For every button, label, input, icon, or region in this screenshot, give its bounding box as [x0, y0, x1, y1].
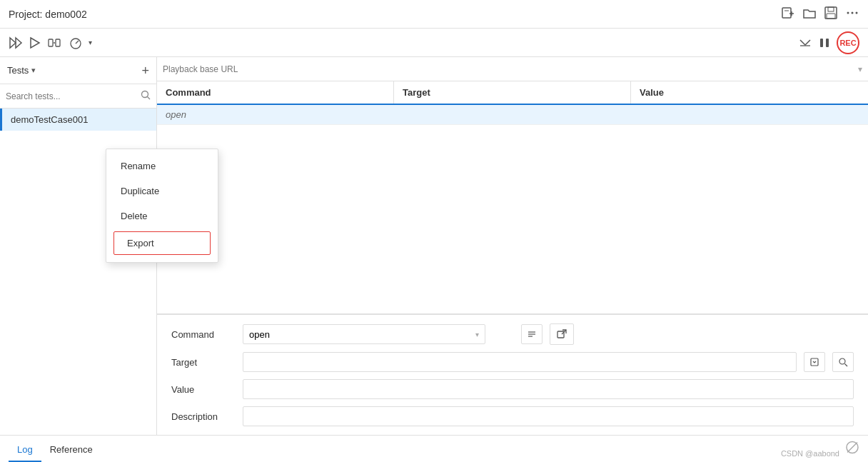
right-panel: ▾ Command Target Value open Command	[157, 57, 868, 435]
open-link-button[interactable]	[550, 323, 574, 345]
svg-line-30	[845, 364, 848, 367]
table-row[interactable]: open	[157, 105, 868, 125]
toolbar: ▾ REC	[0, 29, 868, 57]
new-project-icon[interactable]	[781, 6, 795, 23]
svg-rect-19	[820, 39, 823, 47]
value-label: Value	[171, 384, 236, 395]
pause-button[interactable]	[818, 36, 831, 49]
command-cell: open	[157, 105, 394, 124]
svg-rect-6	[827, 14, 835, 19]
value-row: Value	[171, 379, 854, 399]
svg-point-7	[847, 11, 849, 14]
open-folder-icon[interactable]	[802, 6, 817, 23]
left-panel: Tests ▾ + demoTestCase001 Rename Duplica…	[0, 57, 157, 435]
search-box	[0, 84, 156, 109]
comment-button[interactable]	[521, 324, 542, 344]
command-select[interactable]: open	[243, 324, 485, 344]
svg-line-22	[148, 97, 151, 100]
svg-line-17	[76, 41, 79, 44]
svg-line-32	[847, 442, 857, 452]
find-target-button[interactable]	[832, 352, 854, 372]
description-input[interactable]	[243, 406, 854, 426]
value-input[interactable]	[243, 379, 854, 399]
context-menu: Rename Duplicate Delete Export	[106, 149, 218, 263]
svg-rect-20	[826, 39, 829, 47]
command-row: Command open ▾	[171, 323, 854, 345]
url-bar: ▾	[157, 57, 868, 81]
project-title: Project: demo002	[9, 9, 87, 20]
rename-menu-item[interactable]: Rename	[106, 154, 218, 179]
top-bar: Project: demo002	[0, 0, 868, 29]
svg-rect-0	[782, 8, 791, 18]
tests-label: Tests ▾	[7, 65, 36, 76]
svg-point-29	[839, 358, 845, 364]
target-select-button[interactable]	[804, 352, 825, 372]
reference-tab[interactable]: Reference	[41, 440, 101, 462]
search-icon[interactable]	[141, 90, 151, 102]
description-row: Description	[171, 406, 854, 426]
toolbar-right: REC	[798, 31, 859, 54]
log-tab[interactable]: Log	[9, 440, 41, 462]
table-header: Command Target Value	[157, 81, 868, 105]
top-bar-icons	[781, 6, 859, 23]
svg-rect-26	[557, 331, 564, 338]
more-icon[interactable]	[845, 6, 859, 23]
url-chevron-icon[interactable]: ▾	[858, 64, 862, 74]
svg-marker-11	[16, 38, 21, 48]
svg-rect-14	[56, 39, 60, 46]
export-menu-item[interactable]: Export	[113, 231, 211, 255]
step-button[interactable]	[47, 36, 63, 49]
main-area: Tests ▾ + demoTestCase001 Rename Duplica…	[0, 57, 868, 435]
svg-rect-5	[828, 7, 834, 11]
svg-rect-13	[49, 39, 53, 46]
command-select-wrapper: open ▾	[243, 324, 514, 344]
no-entry-icon	[845, 440, 859, 458]
command-label: Command	[171, 329, 236, 340]
disable-icon[interactable]	[798, 36, 812, 49]
duplicate-menu-item[interactable]: Duplicate	[106, 179, 218, 204]
svg-marker-12	[31, 38, 39, 48]
edit-form: Command open ▾ Target	[157, 314, 868, 435]
test-item[interactable]: demoTestCase001	[0, 109, 156, 131]
speed-dropdown-icon[interactable]: ▾	[89, 39, 92, 46]
svg-marker-10	[10, 38, 16, 48]
tests-dropdown-icon[interactable]: ▾	[31, 66, 36, 75]
run-button[interactable]	[29, 36, 41, 49]
svg-point-8	[852, 11, 854, 14]
target-row: Target	[171, 352, 854, 372]
save-icon[interactable]	[824, 6, 838, 23]
svg-point-21	[142, 91, 148, 98]
command-header: Command	[157, 81, 394, 104]
description-label: Description	[171, 411, 236, 422]
url-input[interactable]	[163, 64, 855, 74]
left-panel-header: Tests ▾ +	[0, 57, 156, 84]
svg-point-9	[856, 11, 858, 14]
value-cell	[631, 105, 868, 124]
speed-button[interactable]	[69, 36, 83, 49]
watermark: CSDN @aabond	[781, 449, 839, 458]
run-all-button[interactable]	[9, 36, 23, 49]
target-header: Target	[394, 81, 631, 104]
target-label: Target	[171, 357, 236, 368]
value-header: Value	[631, 81, 868, 104]
record-button[interactable]: REC	[837, 31, 859, 54]
search-input[interactable]	[6, 91, 141, 101]
target-input[interactable]	[243, 352, 797, 372]
delete-menu-item[interactable]: Delete	[106, 204, 218, 229]
target-cell	[394, 105, 631, 124]
bottom-bar: Log Reference CSDN @aabond	[0, 435, 868, 462]
add-test-button[interactable]: +	[141, 64, 149, 77]
command-table: Command Target Value open	[157, 81, 868, 314]
svg-rect-28	[811, 358, 818, 366]
